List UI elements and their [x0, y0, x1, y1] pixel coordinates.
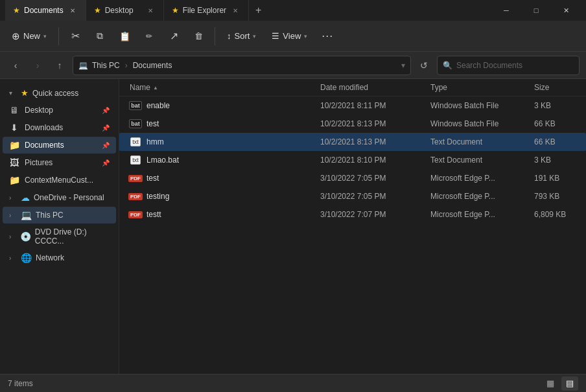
file-icon: bat [130, 100, 141, 111]
pdf-icon: PDF [128, 211, 143, 218]
sidebar-thispc[interactable]: › 💻 This PC [3, 207, 116, 224]
close-button[interactable]: ✕ [551, 0, 581, 21]
item-count: 7 items [8, 379, 33, 388]
refresh-button[interactable]: ↺ [415, 56, 433, 75]
column-header-size[interactable]: Size [534, 83, 586, 92]
share-button[interactable]: ↗ [163, 25, 185, 47]
tabs-area: ★ Documents ✕ ★ Desktop ✕ ★ File Explore… [5, 0, 491, 21]
file-name-cell: txt Lmao.bat [119, 154, 320, 166]
cut-button[interactable]: ✂ [64, 25, 86, 47]
more-button[interactable]: ··· [316, 25, 338, 47]
dvd-expand-icon: › [9, 233, 16, 240]
file-date: 10/2/2021 8:11 PM [320, 101, 430, 110]
breadcrumb-documents[interactable]: Documents [133, 61, 172, 70]
view-icon: ☰ [272, 31, 279, 41]
sidebar-thispc-label: This PC [36, 211, 64, 220]
file-panel: Name ▲ Date modified Type Size bat enabl… [119, 79, 586, 374]
table-row[interactable]: bat test 10/2/2021 8:13 PM Windows Batch… [119, 115, 586, 133]
file-name-cell: txt hmm [119, 136, 320, 148]
thispc-icon: 💻 [21, 210, 32, 220]
sidebar-item-icon: ⬇ [9, 122, 19, 133]
sidebar-item-icon: 🖥 [9, 105, 19, 115]
paste-button[interactable]: 📋 [113, 25, 135, 47]
status-bar: 7 items ▦ ▤ [0, 374, 586, 392]
tab-close-icon[interactable]: ✕ [230, 6, 240, 16]
sidebar-item-documents[interactable]: 📁 Documents 📌 [3, 137, 116, 154]
search-placeholder: Search Documents [456, 61, 522, 70]
sidebar-item-contextmenucust[interactable]: 📁 ContextMenuCust... [3, 172, 116, 189]
sidebar-item-pictures[interactable]: 🖼 Pictures 📌 [3, 154, 116, 171]
sidebar-onedrive-label: OneDrive - Personal [34, 193, 104, 202]
search-box[interactable]: 🔍 Search Documents [437, 56, 580, 75]
view-details-button[interactable]: ▦ [542, 376, 559, 391]
new-button[interactable]: ⊕ New ▾ [5, 27, 53, 46]
back-button[interactable]: ‹ [6, 56, 25, 75]
tab-close-icon[interactable]: ✕ [145, 6, 156, 16]
network-expand-icon: › [9, 255, 17, 262]
copy-button[interactable]: ⧉ [89, 25, 111, 47]
breadcrumb-thispc[interactable]: This PC [92, 61, 120, 70]
table-row[interactable]: PDF testt 3/10/2022 7:07 PM Microsoft Ed… [119, 205, 586, 224]
search-icon: 🔍 [443, 61, 452, 70]
thispc-expand-icon: › [9, 212, 17, 219]
file-type: Microsoft Edge P... [430, 210, 534, 219]
forward-button[interactable]: › [29, 56, 47, 75]
sidebar-onedrive[interactable]: › ☁ OneDrive - Personal [3, 189, 116, 206]
tab-desktop[interactable]: ★ Desktop ✕ [86, 0, 164, 21]
sidebar-network[interactable]: › 🌐 Network [3, 249, 116, 266]
table-row[interactable]: bat enable 10/2/2021 8:11 PM Windows Bat… [119, 97, 586, 115]
onedrive-expand-icon: › [9, 194, 17, 202]
title-bar: ★ Documents ✕ ★ Desktop ✕ ★ File Explore… [0, 0, 586, 21]
sidebar-item-label: Pictures [25, 158, 53, 167]
address-bar[interactable]: 💻 This PC › Documents ▾ [73, 56, 411, 75]
sidebar-quick-items: 🖥 Desktop 📌 ⬇ Downloads 📌 📁 Documents 📌 … [0, 102, 119, 189]
file-icon: PDF [130, 209, 141, 220]
dvd-icon: 💿 [20, 231, 31, 242]
new-tab-button[interactable]: + [249, 0, 268, 21]
sidebar-item-label: ContextMenuCust... [25, 176, 93, 185]
sidebar-item-desktop[interactable]: 🖥 Desktop 📌 [3, 102, 116, 119]
new-chevron-icon: ▾ [43, 33, 47, 40]
column-header-name[interactable]: Name ▲ [119, 83, 320, 92]
column-header-date[interactable]: Date modified [320, 83, 430, 92]
up-button[interactable]: ↑ [51, 56, 69, 75]
main-content: ▾ ★ Quick access 🖥 Desktop 📌 ⬇ Downloads… [0, 79, 586, 374]
quickaccess-star-icon: ★ [21, 88, 29, 98]
sidebar-item-downloads[interactable]: ⬇ Downloads 📌 [3, 119, 116, 136]
delete-button[interactable]: 🗑 [187, 25, 209, 47]
file-icon: txt [130, 154, 141, 166]
toolbar: ⊕ New ▾ ✂ ⧉ 📋 ✏ ↗ 🗑 ↕ Sort ▾ ☰ View ▾ ··… [0, 21, 586, 52]
tab-fileexplorer[interactable]: ★ File Explorer ✕ [164, 0, 249, 21]
sort-button[interactable]: ↕ Sort ▾ [220, 27, 263, 45]
sidebar-item-label: Downloads [25, 123, 63, 132]
tab-label: Documents [24, 6, 64, 15]
column-header-type[interactable]: Type [430, 83, 534, 92]
file-rows: bat enable 10/2/2021 8:11 PM Windows Bat… [119, 97, 586, 374]
pin-icon: 📌 [102, 107, 110, 114]
tab-star-icon: ★ [172, 6, 179, 15]
view-button[interactable]: ☰ View ▾ [265, 27, 314, 45]
table-row[interactable]: txt hmm 10/2/2021 8:13 PM Text Document … [119, 133, 586, 151]
table-row[interactable]: PDF test 3/10/2022 7:05 PM Microsoft Edg… [119, 169, 586, 187]
file-size: 3 KB [534, 156, 586, 165]
rename-button[interactable]: ✏ [138, 25, 160, 47]
sidebar-quickaccess-header[interactable]: ▾ ★ Quick access [3, 85, 116, 101]
address-dropdown-icon[interactable]: ▾ [401, 61, 405, 70]
pin-icon: 📌 [102, 142, 110, 149]
table-row[interactable]: txt Lmao.bat 10/2/2021 8:10 PM Text Docu… [119, 151, 586, 169]
tab-close-icon[interactable]: ✕ [67, 6, 78, 16]
file-size: 66 KB [534, 119, 586, 128]
file-name: hmm [146, 137, 164, 146]
table-row[interactable]: PDF testing 3/10/2022 7:05 PM Microsoft … [119, 187, 586, 205]
file-icon: PDF [130, 190, 141, 202]
file-name: Lmao.bat [146, 156, 179, 165]
tab-documents[interactable]: ★ Documents ✕ [5, 0, 86, 21]
view-list-button[interactable]: ▤ [561, 376, 578, 391]
minimize-button[interactable]: ─ [491, 0, 521, 21]
file-size: 793 KB [534, 192, 586, 201]
file-date: 3/10/2022 7:05 PM [320, 192, 430, 201]
sidebar-dvd[interactable]: › 💿 DVD Drive (D:) CCCC... [3, 224, 116, 249]
tab-star-icon: ★ [94, 6, 101, 15]
maximize-button[interactable]: □ [521, 0, 551, 21]
toolbar-separator-1 [58, 27, 59, 45]
